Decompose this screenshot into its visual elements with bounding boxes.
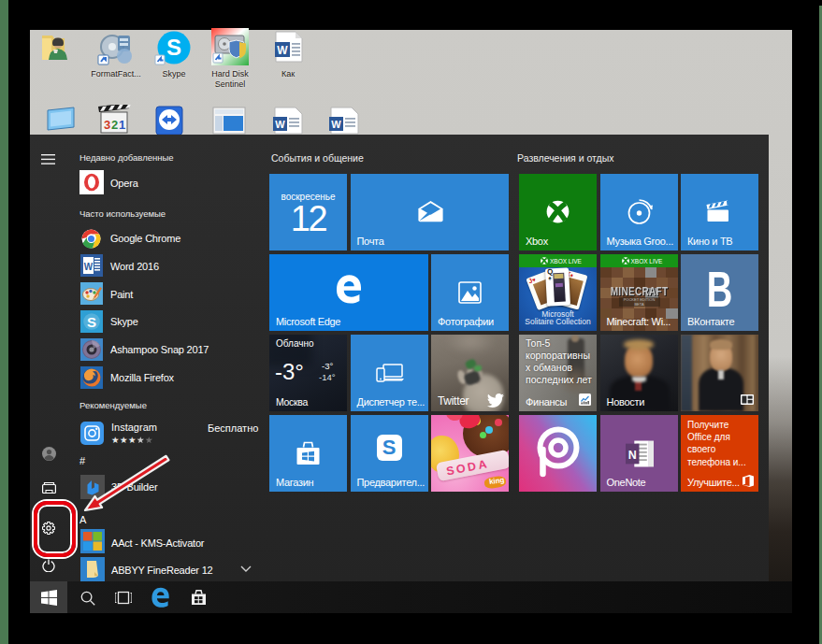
svg-text:S: S	[87, 314, 96, 330]
svg-text:1: 1	[119, 118, 125, 132]
svg-text:N: N	[627, 449, 636, 462]
svg-text:W: W	[277, 44, 288, 57]
svg-text:W: W	[331, 119, 341, 130]
svg-text:3: 3	[104, 118, 110, 132]
svg-text:S: S	[166, 35, 181, 60]
svg-text:W: W	[275, 119, 285, 130]
svg-text:W: W	[84, 262, 94, 272]
svg-text:2: 2	[111, 118, 118, 132]
